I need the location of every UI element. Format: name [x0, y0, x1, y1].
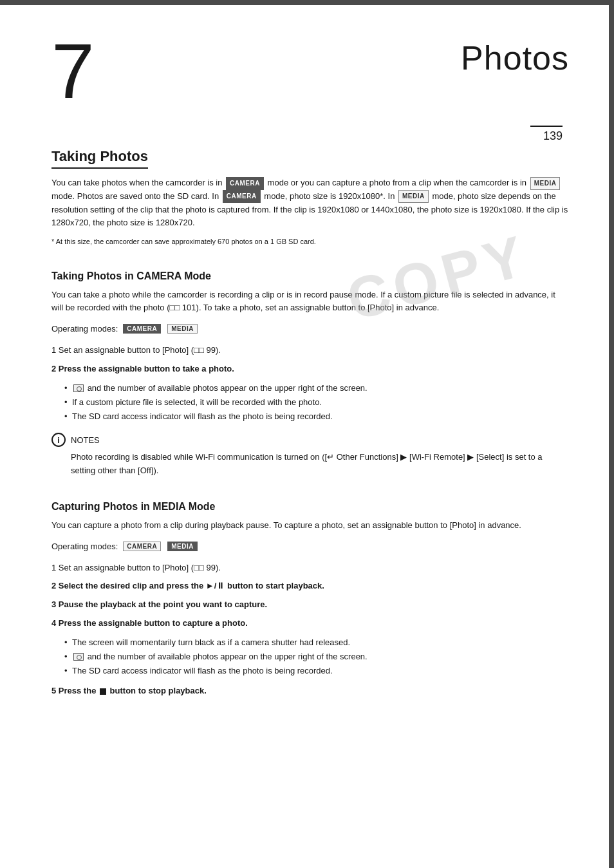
media-op-badge: MEDIA: [167, 324, 198, 334]
camera-badge-2: CAMERA: [223, 190, 261, 203]
camera-bullet-1: and the number of available photos appea…: [64, 381, 569, 395]
camera-step-2: 2 Press the assignable button to take a …: [51, 363, 569, 376]
camera-mode-title: Taking Photos in CAMERA Mode: [51, 270, 569, 282]
camera-step-1: 1 Set an assignable button to [Photo] (□…: [51, 344, 569, 357]
page-number-line: [530, 126, 563, 127]
page-number: 139: [530, 129, 563, 143]
stop-icon: [100, 688, 106, 695]
camera-notes-section: i NOTES Photo recording is disabled whil…: [51, 433, 569, 478]
media-step-3-text: 3 Pause the playback at the point you wa…: [51, 599, 267, 609]
media-step-4: 4 Press the assignable button to capture…: [51, 617, 569, 630]
operating-modes-label-2: Operating modes:: [51, 542, 118, 551]
notes-label: NOTES: [71, 435, 100, 445]
media-step-2-text: 2 Select the desired clip and press the …: [51, 581, 324, 590]
intro-text-4: mode, photo size is 1920x1080*. In: [264, 191, 395, 201]
media-mode-title: Capturing Photos in MEDIA Mode: [51, 501, 569, 513]
media-badge-2: MEDIA: [398, 190, 429, 203]
camera-step-1-text: 1 Set an assignable button to [Photo] (□…: [51, 345, 221, 355]
taking-photos-title: Taking Photos: [51, 148, 148, 169]
chapter-title: Photos: [461, 39, 569, 77]
camera-bullet-list: and the number of available photos appea…: [64, 381, 569, 424]
media-mode-operating-modes: Operating modes: CAMERA MEDIA: [51, 542, 569, 551]
camera-mode-operating-modes: Operating modes: CAMERA MEDIA: [51, 324, 569, 334]
taking-photos-intro: You can take photos when the camcorder i…: [51, 176, 569, 230]
photo-icon-1: [73, 384, 84, 392]
page-container: 7 Photos 139 COPY Taking Photos You can …: [0, 0, 614, 868]
media-media-op-badge: MEDIA: [167, 542, 198, 551]
notes-icon: i: [51, 433, 66, 447]
media-mode-section: Capturing Photos in MEDIA Mode You can c…: [51, 501, 569, 698]
chapter-number: 7: [51, 32, 95, 109]
taking-photos-footnote: * At this size, the camcorder can save a…: [51, 236, 569, 247]
media-mode-intro: You can capture a photo from a clip duri…: [51, 519, 569, 533]
intro-text-3: mode. Photos are saved onto the SD card.…: [51, 191, 219, 201]
media-camera-op-badge: CAMERA: [123, 542, 161, 551]
photo-icon-2: [73, 653, 84, 661]
camera-mode-intro: You can take a photo while the camcorder…: [51, 288, 569, 316]
chapter-header: 7 Photos: [51, 19, 569, 109]
notes-text: Photo recording is disabled while Wi-Fi …: [71, 451, 569, 478]
notes-header: i NOTES: [51, 433, 569, 447]
camera-mode-section: Taking Photos in CAMERA Mode You can tak…: [51, 270, 569, 478]
media-bullet-1: The screen will momentarily turn black a…: [64, 636, 569, 650]
camera-step-2-text: 2 Press the assignable button to take a …: [51, 364, 234, 373]
media-badge-1: MEDIA: [530, 177, 561, 190]
media-step-5: 5 Press the button to stop playback.: [51, 684, 569, 698]
camera-bullet-2: If a custom picture file is selected, it…: [64, 395, 569, 410]
camera-bullet-3: The SD card access indicator will flash …: [64, 410, 569, 424]
page-number-container: 139: [530, 126, 563, 143]
camera-badge-1: CAMERA: [226, 177, 264, 190]
media-bullet-2: and the number of available photos appea…: [64, 650, 569, 664]
content-area: 7 Photos 139 COPY Taking Photos You can …: [0, 0, 614, 729]
intro-text-2: mode or you can capture a photo from a c…: [268, 178, 527, 187]
operating-modes-label-1: Operating modes:: [51, 324, 118, 334]
media-step-4-text: 4 Press the assignable button to capture…: [51, 618, 248, 628]
media-step-2: 2 Select the desired clip and press the …: [51, 580, 569, 593]
media-bullet-list: The screen will momentarily turn black a…: [64, 636, 569, 678]
media-bullet-3: The SD card access indicator will flash …: [64, 664, 569, 678]
media-step-5-text: 5 Press the button to stop playback.: [51, 686, 207, 695]
media-step-3: 3 Pause the playback at the point you wa…: [51, 598, 569, 612]
intro-text-1: You can take photos when the camcorder i…: [51, 178, 222, 187]
media-step-1: 1 Set an assignable button to [Photo] (□…: [51, 561, 569, 575]
taking-photos-section: Taking Photos You can take photos when t…: [51, 129, 569, 247]
camera-op-badge: CAMERA: [123, 324, 161, 334]
